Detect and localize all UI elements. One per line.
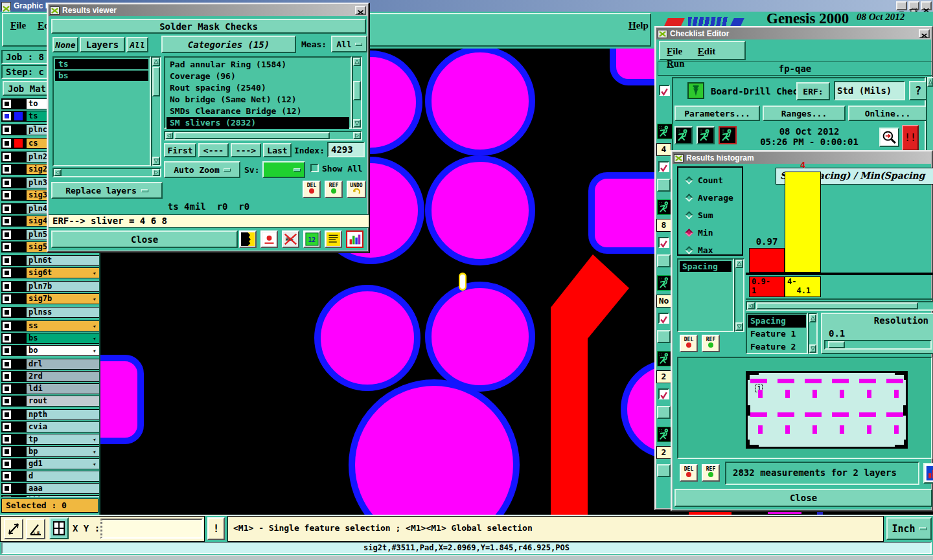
scroll-thumb[interactable]: [152, 67, 160, 96]
chart-bar[interactable]: [785, 172, 821, 273]
layer-color-swatch[interactable]: [14, 346, 23, 355]
measure-scrollbar[interactable]: [734, 258, 744, 332]
layer-color-swatch[interactable]: [14, 153, 23, 161]
category-item[interactable]: Pad annular Ring (1584): [167, 59, 349, 71]
feature-item[interactable]: Feature 2: [748, 341, 806, 353]
xy-input[interactable]: [100, 519, 203, 539]
layer-checkbox[interactable]: [3, 282, 11, 291]
erf-input[interactable]: Std (Mils): [834, 81, 905, 100]
layer-color-swatch[interactable]: [14, 217, 23, 225]
layer-name[interactable]: gd1➤: [27, 459, 99, 469]
alert-button[interactable]: !!: [902, 125, 919, 151]
layer-color-swatch[interactable]: [14, 308, 23, 317]
scroll-right-icon[interactable]: [353, 132, 361, 139]
stat-radio-sum[interactable]: Sum: [682, 207, 742, 224]
layer-name[interactable]: sig7b➤: [27, 294, 99, 304]
blank-button[interactable]: [657, 330, 671, 343]
measure-point-icon[interactable]: [260, 230, 278, 248]
layer-row-drl[interactable]: drl: [1, 359, 99, 370]
prev-button[interactable]: <---: [198, 143, 229, 157]
scroll-left-icon[interactable]: [165, 132, 173, 139]
first-button[interactable]: First: [164, 143, 196, 157]
layer-checkbox[interactable]: [3, 205, 11, 213]
categories-hscrollbar[interactable]: [164, 131, 362, 140]
layer-color-swatch[interactable]: [14, 126, 23, 134]
del-button[interactable]: DEL: [303, 181, 321, 198]
layer-row-d[interactable]: d: [1, 471, 99, 482]
scroll-up-icon[interactable]: [353, 58, 361, 66]
layer-color-swatch[interactable]: [14, 205, 23, 213]
stat-radio-count[interactable]: Count: [682, 172, 742, 189]
layer-checkbox[interactable]: [3, 360, 11, 368]
result-count-box[interactable]: 4: [656, 143, 671, 156]
layer-checkbox[interactable]: [3, 165, 11, 174]
del-button[interactable]: DEL: [680, 464, 698, 482]
layer-checkbox[interactable]: [3, 112, 11, 120]
layer-color-swatch[interactable]: [14, 256, 23, 265]
profile-icon[interactable]: [239, 230, 257, 248]
scroll-up-icon[interactable]: [927, 77, 933, 87]
layer-name[interactable]: d: [27, 471, 99, 481]
scroll-left-icon[interactable]: [54, 169, 62, 176]
help-button[interactable]: ?: [909, 81, 927, 100]
layer-name[interactable]: ldi: [27, 384, 99, 394]
scroll-down-icon[interactable]: [809, 344, 816, 353]
close-button[interactable]: Close: [674, 489, 932, 507]
blank-button[interactable]: [657, 179, 671, 192]
blank-button[interactable]: [657, 464, 671, 477]
layer-row-ss[interactable]: ss➤: [1, 320, 99, 331]
layer-row-2rd[interactable]: 2rd: [1, 371, 99, 382]
layer-name[interactable]: tp➤: [27, 434, 99, 444]
layer-checkbox[interactable]: [3, 217, 11, 225]
check-enabled-checkbox[interactable]: [658, 237, 669, 248]
scroll-thumb[interactable]: [174, 132, 330, 139]
scroll-down-icon[interactable]: [735, 322, 743, 331]
del-button[interactable]: DEL: [680, 335, 698, 352]
chart-bar[interactable]: [749, 248, 785, 273]
run-check-icon[interactable]: [657, 124, 673, 139]
layer-checkbox[interactable]: [3, 423, 11, 431]
blank-button[interactable]: [657, 254, 671, 267]
category-item[interactable]: Coverage (96): [167, 71, 349, 82]
run-partial-button[interactable]: [697, 126, 715, 144]
layer-color-swatch[interactable]: [14, 322, 23, 330]
layer-checkbox[interactable]: [3, 447, 11, 456]
app-icon[interactable]: [1, 2, 11, 10]
index-input[interactable]: 4293: [327, 142, 365, 157]
layer-checkbox[interactable]: [3, 410, 11, 419]
layer-color-swatch[interactable]: [14, 360, 23, 368]
parameters-button[interactable]: Parameters...: [674, 106, 760, 121]
results-histogram-window[interactable]: Results histogram CountAverageSumMinMax …: [671, 150, 933, 511]
layer-row-npth[interactable]: npth: [1, 409, 99, 420]
layer-color-swatch[interactable]: [14, 334, 23, 342]
all-button[interactable]: All: [126, 37, 148, 52]
layer-name[interactable]: plnss: [27, 308, 99, 317]
results-viewer-window[interactable]: Results viewer Solder Mask Checks None L…: [47, 3, 369, 252]
layer-checkbox[interactable]: [3, 322, 11, 330]
minimize-icon[interactable]: [896, 1, 907, 10]
menu-file[interactable]: File: [10, 20, 26, 31]
next-button[interactable]: --->: [231, 143, 261, 157]
layer-name[interactable]: pln6t: [27, 256, 99, 265]
close-icon[interactable]: [919, 29, 930, 38]
result-count-box[interactable]: 2: [656, 446, 671, 459]
check-enabled-checkbox[interactable]: [658, 388, 669, 399]
layer-row-plnss[interactable]: plnss: [1, 307, 99, 318]
menu-help[interactable]: Help: [628, 20, 649, 31]
check-enabled-checkbox[interactable]: [659, 85, 670, 96]
layer-color-swatch[interactable]: [14, 139, 23, 148]
layer-color-swatch[interactable]: [14, 472, 23, 480]
layer-row-bs[interactable]: bs➤: [1, 333, 99, 344]
scroll-up-icon[interactable]: [735, 260, 743, 268]
popout-icon[interactable]: [923, 463, 933, 484]
layer-row-bo[interactable]: bo➤: [1, 345, 99, 356]
category-item[interactable]: Rout spacing (2540): [167, 82, 349, 94]
chart-hscrollbar[interactable]: [746, 301, 933, 311]
viewer-layer-item[interactable]: bs: [55, 71, 148, 81]
replace-layers-dropdown[interactable]: Replace layers: [51, 182, 163, 199]
layer-row-gd1[interactable]: gd1➤: [1, 458, 99, 469]
feature-list[interactable]: SpacingFeature 1Feature 2: [746, 313, 808, 354]
layer-row-sig7b[interactable]: sig7b➤: [1, 293, 99, 304]
stat-radio-min[interactable]: Min: [682, 224, 742, 241]
layer-checkbox[interactable]: [3, 269, 11, 277]
